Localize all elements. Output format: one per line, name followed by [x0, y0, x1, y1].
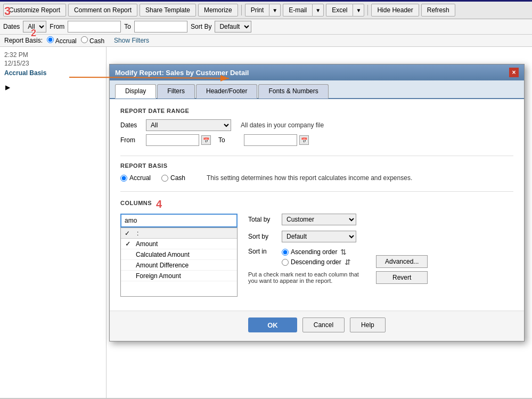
email-arrow[interactable]: ▼: [312, 4, 324, 17]
descending-label[interactable]: Descending order: [282, 258, 341, 266]
columns-layout: 5 ✓ : ✓ Amount Calculated Amount: [120, 214, 513, 297]
from-input[interactable]: [68, 21, 121, 32]
descending-icon: ⇵: [345, 258, 351, 266]
sidebar: 2:32 PM 12/15/23 Accrual Basis ▶: [0, 47, 107, 398]
filter-bar: Dates 2 All From To Sort By Default: [0, 19, 532, 35]
ok-button[interactable]: OK: [248, 317, 297, 332]
revert-button[interactable]: Revert: [376, 271, 428, 284]
list-item-amount[interactable]: ✓ Amount: [121, 239, 237, 249]
dialog-close-button[interactable]: ×: [509, 68, 519, 77]
to-input[interactable]: [134, 21, 187, 32]
email-split-btn: E-mail ▼: [283, 4, 324, 17]
accrual-radio-label[interactable]: Accrual: [47, 36, 77, 45]
report-basis-label: Report Basis:: [4, 37, 43, 44]
columns-hint: Put a check mark next to each column tha…: [248, 271, 365, 284]
to-calendar-icon[interactable]: 📅: [299, 135, 309, 145]
excel-arrow[interactable]: ▼: [353, 4, 364, 17]
cancel-button[interactable]: Cancel: [302, 317, 345, 332]
memorize-button[interactable]: Memorize: [198, 4, 238, 17]
columns-controls: Total by Customer None Account Sort by: [248, 214, 365, 284]
sort-by-label: Sort By: [191, 23, 211, 30]
total-by-row: Total by Customer None Account: [248, 214, 365, 225]
tab-header-footer[interactable]: Header/Footer: [196, 84, 257, 99]
tab-fonts-numbers[interactable]: Fonts & Numbers: [258, 84, 328, 99]
action-buttons: Advanced... Revert: [376, 214, 428, 284]
report-basis-section: REPORT BASIS Accrual Cash This setting d…: [120, 162, 513, 182]
share-template-button[interactable]: Share Template: [140, 4, 196, 17]
col-header-colon: :: [137, 230, 138, 237]
dialog-dates-label: Dates: [120, 121, 142, 129]
col-list-header: 5 ✓ :: [121, 228, 237, 239]
dialog-body: REPORT DATE RANGE Dates All All dates in…: [110, 99, 524, 311]
cash-radio-label[interactable]: Cash: [81, 36, 104, 45]
dialog-title: Modify Report: Sales by Customer Detail: [115, 69, 249, 77]
ascending-radio[interactable]: [282, 249, 289, 256]
step-4: 4: [156, 198, 162, 210]
help-button[interactable]: Help: [350, 317, 386, 332]
toolbar-separator-2: [367, 5, 368, 15]
divider-1: [120, 156, 513, 156]
dialog-cash-label[interactable]: Cash: [161, 174, 185, 182]
accrual-radio[interactable]: [47, 36, 54, 43]
refresh-button[interactable]: Refresh: [421, 4, 455, 17]
from-calendar-icon[interactable]: 📅: [201, 135, 211, 145]
ascending-label[interactable]: Ascending order: [282, 248, 337, 256]
foreign-amount-label: Foreign Amount: [136, 272, 181, 280]
cash-radio[interactable]: [81, 36, 88, 43]
comment-on-report-button[interactable]: Comment on Report: [68, 4, 137, 17]
print-button[interactable]: Print: [245, 4, 269, 17]
dialog-accrual-label[interactable]: Accrual: [120, 174, 151, 182]
sidebar-date: 12/15/23: [4, 60, 102, 67]
list-item-amount-diff[interactable]: Amount Difference: [121, 260, 237, 271]
dialog-cash-radio[interactable]: [161, 175, 168, 182]
list-item-foreign-amount[interactable]: Foreign Amount: [121, 271, 237, 281]
excel-button[interactable]: Excel: [326, 4, 353, 17]
print-split-btn: Print ▼: [245, 4, 281, 17]
list-item-calc-amount[interactable]: Calculated Amount: [121, 249, 237, 260]
total-by-select[interactable]: Customer None Account: [282, 214, 356, 225]
toolbar: Customize Report Comment on Report Share…: [0, 0, 532, 19]
dialog-accrual-radio[interactable]: [120, 175, 127, 182]
dialog-tabs: Display Filters Header/Footer Fonts & Nu…: [110, 80, 524, 99]
dialog-to-label: To: [218, 136, 240, 144]
sort-in-row: Sort in Ascending order ⇅: [248, 248, 365, 268]
basis-radio-row: Accrual Cash This setting determines how…: [120, 174, 513, 182]
sidebar-expand-arrow[interactable]: ▶: [4, 82, 11, 93]
sort-in-label: Sort in: [248, 248, 277, 255]
report-basis-bar: Report Basis: Accrual Cash Show Filters: [0, 35, 532, 47]
sort-by-select[interactable]: Default: [215, 21, 251, 32]
show-filters-link[interactable]: Show Filters: [114, 37, 149, 44]
sort-by-select[interactable]: Default Name Amount: [282, 231, 356, 242]
toolbar-separator-1: [241, 5, 242, 15]
amount-label: Amount: [136, 240, 158, 248]
tab-filters[interactable]: Filters: [157, 84, 195, 99]
dialog-titlebar: Modify Report: Sales by Customer Detail …: [110, 64, 524, 80]
to-label: To: [124, 23, 131, 30]
print-arrow[interactable]: ▼: [269, 4, 281, 17]
to-input-group: 📅: [244, 134, 309, 146]
divider-2: [120, 191, 513, 192]
ascending-row: Ascending order ⇅: [282, 248, 351, 256]
tab-display[interactable]: Display: [115, 84, 156, 99]
dates-select[interactable]: All: [23, 21, 46, 32]
advanced-button[interactable]: Advanced...: [376, 255, 428, 268]
sort-by-row: Sort by Default Name Amount: [248, 231, 365, 242]
basis-description: This setting determines how this report …: [207, 174, 412, 182]
from-input-group: 📅: [146, 134, 211, 146]
columns-section: COLUMNS 4 5 ✓ : ✓: [120, 198, 513, 297]
hide-header-button[interactable]: Hide Header: [371, 4, 419, 17]
amount-check: ✓: [125, 240, 133, 248]
dialog-to-input[interactable]: [244, 134, 297, 146]
dialog-dates-select[interactable]: All: [146, 119, 231, 131]
customize-report-button[interactable]: Customize Report: [3, 4, 66, 17]
columns-search-input[interactable]: [120, 214, 238, 227]
dates-info: All dates in your company file: [241, 121, 324, 129]
ascending-icon: ⇅: [340, 248, 347, 256]
columns-list-panel: 5 ✓ : ✓ Amount Calculated Amount: [120, 214, 238, 297]
sidebar-time: 2:32 PM: [4, 51, 102, 59]
dialog-from-input[interactable]: [146, 134, 199, 146]
email-button[interactable]: E-mail: [283, 4, 312, 17]
modify-report-dialog: Modify Report: Sales by Customer Detail …: [109, 64, 525, 341]
date-range-header: REPORT DATE RANGE: [120, 108, 513, 114]
descending-radio[interactable]: [282, 259, 289, 266]
